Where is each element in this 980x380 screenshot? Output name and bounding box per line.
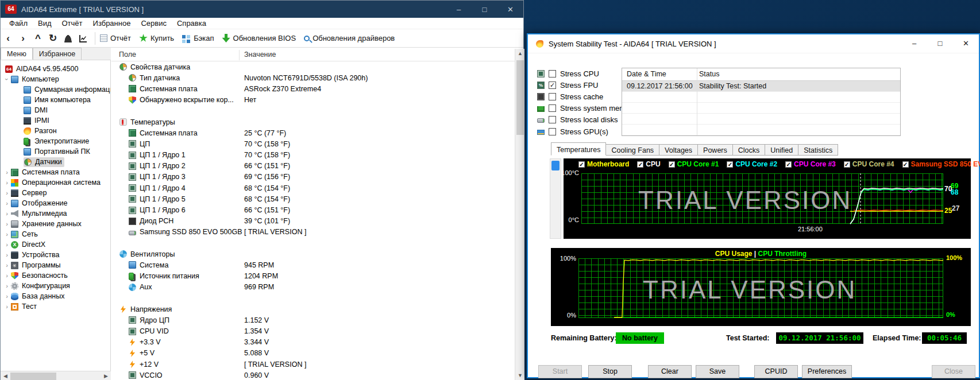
stress-option[interactable]: Stress GPU(s) <box>537 127 608 136</box>
chevron-right-icon[interactable]: › <box>3 179 11 186</box>
cpuid-button[interactable]: CPUID <box>754 365 798 378</box>
save-button[interactable]: Save <box>696 365 739 378</box>
chevron-right-icon[interactable]: › <box>3 231 11 238</box>
table-row[interactable]: Напряжения <box>111 304 515 315</box>
chevron-right-icon[interactable]: › <box>3 282 11 289</box>
scroll-right-icon[interactable]: ▶ <box>101 371 111 380</box>
tab-powers[interactable]: Powers <box>698 144 733 156</box>
stress-option[interactable]: Stress CPU <box>537 69 599 78</box>
menu-item[interactable]: Справка <box>172 19 211 28</box>
chevron-right-icon[interactable]: › <box>3 303 11 310</box>
sidebar-item[interactable]: Суммарная информация <box>1 84 110 95</box>
menu-item[interactable]: Сервис <box>136 19 172 28</box>
tab-clocks[interactable]: Clocks <box>733 144 766 156</box>
sidebar-item[interactable]: ›Компьютер <box>1 74 110 84</box>
checkbox[interactable] <box>549 70 556 77</box>
table-row[interactable]: Система945 RPM <box>111 259 515 270</box>
sidebar-item[interactable]: ›Устройства <box>1 250 110 260</box>
chevron-down-icon[interactable]: › <box>3 75 10 83</box>
table-row[interactable]: Aux969 RPM <box>111 282 515 293</box>
chevron-right-icon[interactable]: › <box>3 241 11 248</box>
table-row[interactable] <box>111 293 515 304</box>
sidebar-horizontal-scrollbar[interactable]: ◀ ▶ <box>1 371 111 380</box>
scrollbar-thumb[interactable] <box>516 60 524 135</box>
scrollbar-thumb[interactable] <box>551 161 560 170</box>
sidebar-item[interactable]: ›Конфигурация <box>1 281 110 291</box>
sidebar-item[interactable]: ›Сеть <box>1 229 110 239</box>
graph-scrollbar[interactable] <box>550 158 561 239</box>
table-row[interactable]: ЦП 1 / Ядро 666 °C (151 °F) <box>111 204 515 215</box>
titlebar[interactable]: 64 AIDA64 Extreme [ TRIAL VERSION ] – □ … <box>1 1 523 18</box>
chevron-right-icon[interactable]: › <box>3 169 11 176</box>
table-row[interactable]: +5 V5.088 V <box>111 348 515 359</box>
minimize-button[interactable]: – <box>446 1 472 18</box>
table-row[interactable]: Системная плата25 °C (77 °F) <box>111 127 515 138</box>
table-row[interactable]: Диод PCH39 °C (101 °F) <box>111 216 515 227</box>
tab-unified[interactable]: Unified <box>765 144 798 156</box>
chevron-right-icon[interactable]: › <box>3 272 11 279</box>
scroll-up-icon[interactable]: ▲ <box>515 49 525 59</box>
sidebar-item[interactable]: Датчики <box>1 157 110 167</box>
sidebar-item[interactable]: Разгон <box>1 126 110 136</box>
table-row[interactable]: +3.3 V3.344 V <box>111 337 515 348</box>
table-row[interactable]: Тип датчикаNuvoton NCT6791D/5538D (ISA 2… <box>111 72 515 83</box>
chevron-right-icon[interactable]: › <box>3 210 11 217</box>
sidebar-item[interactable]: ›Сервер <box>1 188 110 198</box>
table-row[interactable]: Вентиляторы <box>111 249 515 259</box>
table-row[interactable]: ЦП 1 / Ядро 369 °C (156 °F) <box>111 172 515 183</box>
sidebar-item[interactable]: Имя компьютера <box>1 95 110 105</box>
sidebar-item[interactable]: ›Безопасность <box>1 270 110 281</box>
maximize-button[interactable]: □ <box>472 1 497 18</box>
sidebar-item[interactable]: ›Хранение данных <box>1 219 110 229</box>
table-row[interactable]: Свойства датчика <box>111 61 515 72</box>
forward-icon[interactable]: › <box>16 33 30 44</box>
refresh-icon[interactable]: ↻ <box>45 32 60 44</box>
sidebar-tab[interactable]: Меню <box>1 48 33 60</box>
checkbox[interactable] <box>549 128 556 135</box>
graph-icon[interactable] <box>75 33 90 44</box>
table-row[interactable]: +12 V[ TRIAL VERSION ] <box>111 359 515 370</box>
sidebar-item[interactable]: 64AIDA64 v5.95.4500 <box>1 64 110 74</box>
chevron-right-icon[interactable]: › <box>3 262 11 269</box>
table-row[interactable]: ЦП 1 / Ядро 170 °C (158 °F) <box>111 150 515 161</box>
table-row[interactable]: ЦП70 °C (158 °F) <box>111 138 515 149</box>
table-row[interactable]: Ядро ЦП1.152 V <box>111 315 515 325</box>
menu-item[interactable]: Избранное <box>88 19 136 28</box>
close-button[interactable]: ✕ <box>953 34 979 52</box>
scrollbar-thumb[interactable] <box>10 373 56 380</box>
menu-item[interactable]: Файл <box>4 19 33 28</box>
minimize-button[interactable]: – <box>901 34 927 52</box>
users-icon[interactable] <box>60 33 75 44</box>
stress-option[interactable]: Stress local disks <box>537 115 618 125</box>
sidebar-item[interactable]: ›DirectX <box>1 239 110 250</box>
sidebar-item[interactable]: IPMI <box>1 115 110 126</box>
chevron-right-icon[interactable]: › <box>3 200 11 207</box>
sidebar-item[interactable]: ›Системная плата <box>1 167 110 177</box>
chevron-right-icon[interactable]: › <box>3 251 11 258</box>
table-row[interactable]: CPU VID1.354 V <box>111 326 515 337</box>
clear-button[interactable]: Clear <box>648 365 692 378</box>
scroll-left-icon[interactable]: ◀ <box>1 371 10 380</box>
back-icon[interactable]: ‹ <box>1 33 16 44</box>
up-icon[interactable]: ^ <box>30 33 45 44</box>
sidebar-item[interactable]: ›Тест <box>1 301 110 312</box>
menu-item[interactable]: Вид <box>33 19 57 28</box>
main-vertical-scrollbar[interactable]: ▲ ▼ <box>515 49 524 380</box>
checkbox[interactable] <box>549 93 556 100</box>
table-row[interactable]: Системная платаASRock Z370 Extreme4 <box>111 83 515 94</box>
stress-option[interactable]: Stress cache <box>537 92 603 101</box>
sidebar-tab[interactable]: Избранное <box>33 48 82 60</box>
table-row[interactable]: VCCIO0.960 V <box>111 370 515 380</box>
tab-voltages[interactable]: Voltages <box>659 144 698 156</box>
close-button[interactable]: ✕ <box>497 1 523 18</box>
stress-option[interactable]: ✓Stress FPU <box>537 80 598 90</box>
maximize-button[interactable]: □ <box>927 34 953 52</box>
sidebar-item[interactable]: ›Мультимедиа <box>1 208 110 219</box>
stop-button[interactable]: Stop <box>588 365 632 378</box>
titlebar[interactable]: System Stability Test - AIDA64 [ TRIAL V… <box>528 34 979 53</box>
sidebar-item[interactable]: Электропитание <box>1 136 110 146</box>
table-row[interactable]: Источник питания1204 RPM <box>111 271 515 282</box>
sidebar-item[interactable]: Портативный ПК <box>1 146 110 157</box>
sidebar-item[interactable]: DMI <box>1 105 110 115</box>
sidebar-item[interactable]: ›Отображение <box>1 198 110 208</box>
